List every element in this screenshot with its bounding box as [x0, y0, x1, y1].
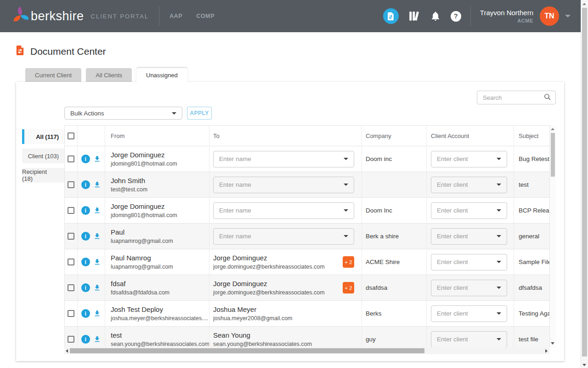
download-icon[interactable] — [93, 258, 101, 266]
row-checkbox[interactable] — [68, 284, 74, 291]
row-checkbox[interactable] — [68, 336, 74, 343]
recipient-count-badge[interactable]: + 2 — [343, 282, 354, 293]
from-name: Paul Namrog — [111, 254, 173, 262]
tab-all-clients[interactable]: All Clients — [86, 68, 132, 82]
from-name: Paul — [111, 228, 173, 236]
download-icon[interactable] — [93, 155, 101, 163]
help-icon[interactable]: ? — [451, 11, 461, 22]
tab-current-client[interactable]: Current Client — [25, 68, 81, 82]
apply-button[interactable]: APPLY — [187, 107, 212, 120]
client-account-dropdown[interactable]: Enter client — [431, 254, 507, 270]
vertical-scroll-thumb[interactable] — [551, 133, 555, 177]
info-icon[interactable] — [81, 309, 90, 318]
to-name: Jorge Dominguez — [213, 254, 343, 262]
to-name-dropdown[interactable]: Enter name — [213, 177, 354, 193]
download-icon[interactable] — [93, 207, 101, 214]
scroll-left-arrow[interactable] — [66, 349, 68, 353]
from-email: luapnamrog@gmail.com — [111, 264, 173, 270]
to-name-dropdown[interactable]: Enter name — [213, 151, 354, 167]
recipient-count-badge[interactable]: + 2 — [343, 256, 354, 268]
download-icon[interactable] — [93, 310, 101, 317]
from-email: jdoming801@hotmail.com — [111, 212, 177, 218]
chevron-down-icon — [344, 209, 348, 212]
company-value: Berks — [366, 310, 382, 317]
scroll-right-arrow[interactable] — [545, 349, 548, 353]
document-transfer-icon[interactable] — [383, 8, 399, 24]
nav-item-comp[interactable]: COMP — [196, 13, 215, 19]
client-account-dropdown[interactable]: Enter client — [431, 177, 507, 193]
scroll-down-arrow[interactable] — [551, 342, 554, 345]
download-icon[interactable] — [93, 335, 101, 343]
row-checkbox[interactable] — [68, 181, 74, 188]
tab-unassigned[interactable]: Unassigned — [136, 68, 187, 82]
table-row: test sean.young@berkshireassociates.com … — [65, 327, 549, 347]
horizontal-scroll-thumb[interactable] — [70, 348, 424, 353]
search-icon[interactable] — [543, 93, 551, 103]
notifications-bell-icon[interactable] — [429, 10, 442, 23]
subject-value: Bug Retest 75 — [519, 155, 549, 162]
chevron-down-icon — [497, 312, 501, 315]
info-icon[interactable] — [81, 180, 90, 189]
subject-value: BCP Release 3 — [519, 207, 549, 214]
select-all-checkbox[interactable] — [68, 132, 74, 139]
client-account-dropdown[interactable]: Enter client — [431, 305, 507, 322]
to-email: jorge.dominguez@berkshireassociates.com — [213, 264, 343, 270]
row-checkbox[interactable] — [68, 233, 74, 240]
table-row: Paul Namrog luapnamrog@gmail.com Jorge D… — [65, 249, 549, 275]
bulk-actions-dropdown[interactable]: Bulk Actions — [64, 107, 182, 120]
client-account-dropdown[interactable]: Enter client — [431, 280, 507, 296]
user-menu-chevron-icon[interactable] — [565, 15, 571, 17]
info-icon[interactable] — [81, 232, 90, 241]
download-icon[interactable] — [93, 181, 101, 189]
row-checkbox[interactable] — [68, 155, 74, 162]
chevron-down-icon — [497, 338, 501, 340]
table-horizontal-scrollbar — [64, 347, 549, 354]
table-header-row: From To Company Client Account Subject — [65, 126, 549, 146]
info-icon[interactable] — [81, 335, 90, 344]
browser-scroll-down-arrow[interactable] — [582, 364, 586, 366]
browser-scroll-up-arrow[interactable] — [582, 3, 586, 5]
user-company: ACME — [480, 18, 533, 23]
to-name-dropdown[interactable]: Enter name — [213, 228, 354, 245]
header-from: From — [111, 132, 124, 139]
avatar[interactable]: TN — [540, 6, 559, 26]
library-icon[interactable] — [407, 10, 420, 23]
info-icon[interactable] — [81, 155, 90, 163]
client-account-dropdown[interactable]: Enter client — [431, 151, 507, 167]
scroll-up-arrow[interactable] — [551, 128, 554, 130]
from-name: test — [111, 331, 209, 339]
info-icon[interactable] — [81, 283, 90, 292]
download-icon[interactable] — [93, 232, 101, 240]
row-checkbox[interactable] — [68, 207, 74, 214]
brand-logo[interactable]: berkshire CLIENT PORTAL — [14, 7, 149, 25]
info-icon[interactable] — [81, 258, 90, 266]
filter-all[interactable]: All (117) — [22, 129, 64, 144]
nav-item-aap[interactable]: AAP — [170, 13, 182, 19]
chevron-down-icon — [497, 158, 501, 160]
table-row: Jorge Dominguez jdoming801@hotmail.com E… — [65, 198, 549, 224]
client-account-dropdown[interactable]: Enter client — [431, 202, 507, 219]
chevron-down-icon — [344, 184, 348, 186]
table-vertical-scrollbar — [549, 125, 556, 347]
subject-value: test file — [519, 336, 538, 343]
app-viewport: berkshire CLIENT PORTAL AAP COMP — [0, 0, 588, 368]
filter-recipient[interactable]: Recipient (18) — [22, 168, 64, 183]
download-icon[interactable] — [93, 284, 101, 292]
browser-scroll-thumb[interactable] — [582, 8, 587, 356]
filter-client[interactable]: Client (103) — [22, 149, 64, 163]
row-checkbox[interactable] — [68, 310, 74, 317]
row-checkbox[interactable] — [68, 259, 74, 265]
search-input[interactable] — [483, 94, 543, 101]
client-account-dropdown[interactable]: Enter client — [431, 331, 507, 348]
tab-bar: Current Client All Clients Unassigned — [25, 68, 187, 82]
from-email: luapnamrog@gmail.com — [111, 238, 173, 244]
nav-icons: ? — [383, 8, 461, 24]
table-body: Jorge Dominguez jdoming801@hotmail.com E… — [65, 146, 549, 347]
client-account-dropdown[interactable]: Enter client — [431, 228, 507, 245]
to-name-dropdown[interactable]: Enter name — [213, 202, 354, 219]
document-center-icon — [15, 45, 25, 58]
info-icon[interactable] — [81, 206, 90, 215]
company-value: Berk a shire — [366, 233, 399, 240]
from-email: fdsafdsa@fdafdsa.com — [111, 289, 170, 296]
to-email: jorge.dominguez@berkshireassociates.com — [213, 289, 343, 296]
